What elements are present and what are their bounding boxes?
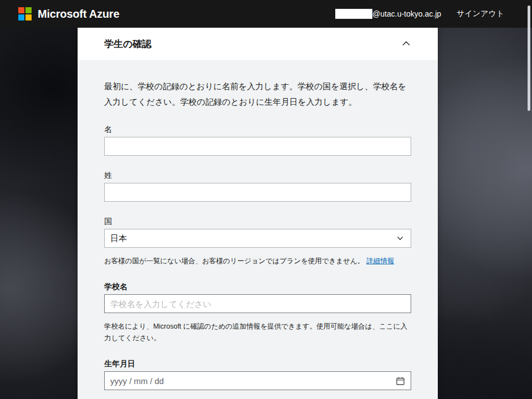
- redacted-username: [335, 9, 372, 19]
- panel-header: 学生の確認: [78, 28, 438, 60]
- collapse-button[interactable]: [399, 37, 413, 51]
- school-note: 学校名により、Microsoft に確認のための追加情報を提供できます。使用可能…: [104, 321, 411, 344]
- birth-date-input[interactable]: [105, 372, 396, 390]
- topbar: Microsoft Azure @utac.u-tokyo.ac.jp サインア…: [0, 0, 532, 28]
- description-text: 最初に、学校の記録のとおりに名前を入力します。学校の国を選択し、学校名を入力して…: [104, 79, 411, 110]
- panel-body: 最初に、学校の記録のとおりに名前を入力します。学校の国を選択し、学校名を入力して…: [78, 60, 438, 390]
- email-domain: @utac.u-tokyo.ac.jp: [372, 9, 441, 18]
- panel-title: 学生の確認: [104, 38, 151, 50]
- chevron-up-icon: [401, 39, 411, 49]
- birth-date-field: 生年月日: [104, 358, 411, 390]
- topbar-right: @utac.u-tokyo.ac.jp サインアウト: [335, 9, 504, 19]
- microsoft-logo-icon: [18, 7, 32, 21]
- country-select[interactable]: 日本: [104, 229, 411, 248]
- country-note-text: お客様の国が一覧にない場合、お客様のリージョンではプランを使用できません。: [104, 257, 364, 265]
- country-label: 国: [104, 216, 411, 227]
- account-email[interactable]: @utac.u-tokyo.ac.jp: [335, 9, 441, 19]
- brand-text: Microsoft Azure: [38, 8, 119, 21]
- first-name-input[interactable]: [104, 137, 411, 156]
- first-name-field: 名: [104, 124, 411, 156]
- last-name-label: 姓: [104, 170, 411, 181]
- school-name-input[interactable]: [104, 294, 411, 313]
- date-picker-button[interactable]: [396, 376, 405, 386]
- chevron-down-icon: [396, 234, 404, 242]
- country-field: 国 日本 お客様の国が一覧にない場合、お客様のリージョンではプランを使用できませ…: [104, 216, 411, 267]
- last-name-input[interactable]: [104, 183, 411, 202]
- signout-button[interactable]: サインアウト: [457, 9, 504, 19]
- azure-home-link[interactable]: Microsoft Azure: [18, 7, 119, 21]
- birth-date-input-wrap: [104, 371, 411, 390]
- country-note: お客様の国が一覧にない場合、お客様のリージョンではプランを使用できません。詳細情…: [104, 255, 411, 267]
- last-name-field: 姓: [104, 170, 411, 202]
- calendar-icon: [396, 376, 405, 386]
- school-name-field: 学校名 学校名により、Microsoft に確認のための追加情報を提供できます。…: [104, 281, 411, 344]
- country-selected-value: 日本: [110, 233, 127, 244]
- school-name-label: 学校名: [104, 281, 411, 292]
- first-name-label: 名: [104, 124, 411, 135]
- scrollbar-thumb[interactable]: [528, 6, 530, 111]
- student-verification-panel: 学生の確認 最初に、学校の記録のとおりに名前を入力します。学校の国を選択し、学校…: [78, 28, 438, 399]
- learn-more-link[interactable]: 詳細情報: [366, 257, 394, 265]
- birth-date-label: 生年月日: [104, 358, 411, 369]
